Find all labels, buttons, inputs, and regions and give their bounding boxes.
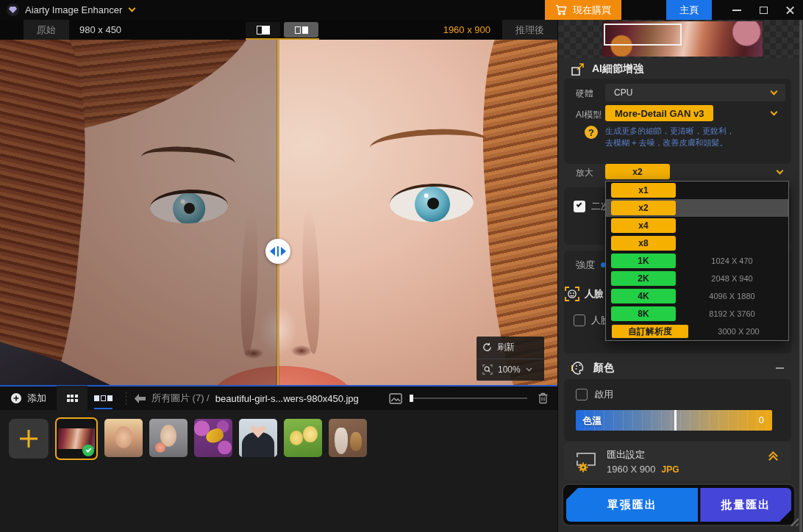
enhance-expand-icon xyxy=(571,62,585,76)
breadcrumb[interactable]: 所有圖片 (7) / xyxy=(151,392,210,405)
scale-label: 放大 xyxy=(576,167,593,179)
single-export-button[interactable]: 單張匯出 xyxy=(566,488,698,522)
home-button[interactable]: 主頁 xyxy=(666,0,712,20)
collapse-minus-icon[interactable] xyxy=(776,367,784,369)
compare-handle[interactable] xyxy=(265,239,290,264)
filmstrip-view-button[interactable] xyxy=(88,386,118,411)
handle-right-arrow-icon xyxy=(281,247,286,256)
split-view-button[interactable] xyxy=(246,22,280,37)
hardware-chevron-icon xyxy=(771,88,778,96)
add-image-button[interactable]: 添加 xyxy=(0,387,57,410)
thumbnail-selected[interactable] xyxy=(55,417,98,460)
app-window: Aiarty Image Enhancer 現在購買 主頁 原始 980 x 4… xyxy=(0,0,803,532)
color-panel: 啟用 色溫 0 xyxy=(564,379,791,441)
compare-divider[interactable] xyxy=(277,40,279,385)
scale-dropdown: x1 x2 x4 x8 1K1024 X 470 2K2048 X 940 4K… xyxy=(605,181,789,341)
enhanced-size: 1960 x 900 xyxy=(443,24,490,35)
palette-icon xyxy=(571,361,587,375)
tab-original[interactable]: 原始 xyxy=(24,20,69,40)
face-checkbox-unchecked[interactable] xyxy=(574,314,585,326)
before-side-overlay xyxy=(0,40,278,385)
strength-label: 強度 xyxy=(576,259,595,272)
current-filename: beautiful-girl-s...wers-980x450.jpg xyxy=(215,393,359,404)
scale-option-1k[interactable]: 1K1024 X 470 xyxy=(606,252,788,270)
tab-enhanced[interactable]: 推理後 xyxy=(502,20,557,40)
face-icon xyxy=(564,286,580,302)
temperature-marker[interactable] xyxy=(674,410,677,431)
detail-section-header: AI細節增強 xyxy=(558,60,803,79)
delete-button[interactable] xyxy=(538,392,549,404)
scale-option-x4[interactable]: x4 xyxy=(606,217,788,234)
buy-now-button[interactable]: 現在購買 xyxy=(545,0,621,20)
grid-view-icon xyxy=(67,395,78,402)
scale-option-x2[interactable]: x2 xyxy=(606,199,788,217)
app-menu-chevron-icon[interactable] xyxy=(129,5,136,12)
sidebar-scrollbar[interactable] xyxy=(799,20,802,532)
close-button[interactable] xyxy=(777,0,803,20)
handle-left-arrow-icon xyxy=(270,247,275,256)
thumbnail-size-slider[interactable] xyxy=(410,395,527,402)
model-label: AI模型 xyxy=(576,109,602,121)
detail-settings-panel: 硬體 CPU AI模型 More-Detail GAN v3 ? 生成更多的細節… xyxy=(564,79,791,164)
window-controls xyxy=(724,0,803,20)
add-image-tile[interactable] xyxy=(9,419,49,459)
scale-select[interactable]: x2 xyxy=(605,164,670,179)
image-preview[interactable]: 刷新 100% xyxy=(0,40,557,385)
preview-controls: 刷新 100% xyxy=(477,337,544,381)
grid-view-button[interactable] xyxy=(57,386,88,411)
library-toolbar: 添加 所有圖片 (7) / beautiful-girl-s...wers-98… xyxy=(0,385,557,410)
thumbnail-5[interactable] xyxy=(239,419,277,457)
back-arrow-icon[interactable] xyxy=(134,394,146,403)
minimize-button[interactable] xyxy=(724,0,750,20)
split-view-icon xyxy=(257,26,270,35)
done-check-icon xyxy=(82,445,94,456)
thumbnail-3[interactable] xyxy=(149,419,188,457)
color-enable-label: 啟用 xyxy=(594,388,613,401)
thumbnail-strip xyxy=(0,410,557,532)
scale-option-x8[interactable]: x8 xyxy=(606,234,788,252)
side-by-side-view-button[interactable] xyxy=(284,22,318,37)
slider-handle[interactable] xyxy=(410,395,413,402)
scale-option-custom[interactable]: 自訂解析度3000 X 200 xyxy=(606,323,788,340)
zoom-level-value: 100% xyxy=(498,364,521,375)
batch-export-button[interactable]: 批量匯出 xyxy=(700,488,791,522)
settings-sidebar: AI細節增強 硬體 CPU AI模型 More-Detail GAN v3 ? … xyxy=(557,20,803,532)
temperature-value: 0 xyxy=(759,414,764,425)
model-chevron-icon[interactable] xyxy=(771,109,778,116)
model-help-icon[interactable]: ? xyxy=(585,126,598,139)
export-settings-icon xyxy=(574,450,599,473)
color-section-header: 顏色 xyxy=(558,359,803,378)
scale-option-4k[interactable]: 4K4096 X 1880 xyxy=(606,287,788,305)
thumbnail-2[interactable] xyxy=(104,419,143,457)
zoom-chevron-icon xyxy=(526,367,532,372)
scale-option-2k[interactable]: 2K2048 X 940 xyxy=(606,270,788,287)
view-mode-toggles xyxy=(246,22,318,37)
model-description-line2: 去模糊 + 去噪，改善皮膚和頭髮。 xyxy=(605,137,728,148)
secondary-checkbox-checked[interactable] xyxy=(574,201,585,212)
scale-option-x1[interactable]: x1 xyxy=(606,181,788,199)
color-enable-checkbox[interactable] xyxy=(576,389,588,400)
double-chevron-up-icon[interactable] xyxy=(770,456,777,463)
close-icon xyxy=(785,5,795,15)
export-settings-panel[interactable]: 匯出設定 1960 X 900JPG xyxy=(564,442,791,481)
thumbnail-6[interactable] xyxy=(284,419,322,457)
app-title: Aiarty Image Enhancer xyxy=(25,4,122,15)
model-select[interactable]: More-Detail GAN v3 xyxy=(605,105,713,121)
hardware-select[interactable]: CPU xyxy=(605,84,785,101)
scale-option-8k[interactable]: 8K8192 X 3760 xyxy=(606,305,788,323)
temperature-slider[interactable]: 色溫 0 xyxy=(576,410,772,431)
scale-chevron-icon[interactable] xyxy=(777,168,784,175)
compare-tabbar: 原始 980 x 450 1960 x 900 推理後 xyxy=(0,20,557,40)
refresh-button[interactable]: 刷新 xyxy=(477,337,544,359)
maximize-icon xyxy=(760,7,768,14)
face-section-header: 人臉 xyxy=(564,286,604,302)
export-buttons: 單張匯出 批量匯出 xyxy=(562,484,796,526)
navigator-minimap[interactable] xyxy=(558,20,803,58)
zoom-level-control[interactable]: 100% xyxy=(477,359,544,381)
color-section-title: 顏色 xyxy=(593,362,614,375)
thumbnail-4[interactable] xyxy=(194,419,232,457)
minimize-icon xyxy=(732,10,741,11)
minimap-viewport[interactable] xyxy=(604,24,682,46)
thumbnail-7[interactable] xyxy=(329,419,367,457)
maximize-button[interactable] xyxy=(750,0,777,20)
